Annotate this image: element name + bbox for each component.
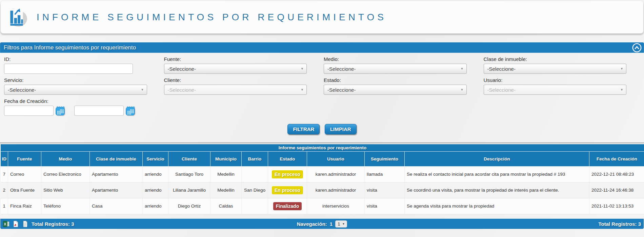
filtrar-button[interactable]: FILTRAR	[287, 124, 320, 134]
chevron-down-icon: ▼	[139, 88, 144, 91]
filter-actions: FILTRAR LIMPIAR	[4, 124, 640, 134]
col-header-clase-inmueble: Clase de inmueble	[90, 152, 143, 167]
status-badge: En proceso	[272, 186, 303, 194]
cell-fecha: 2022-12-21 08:48:23	[589, 167, 644, 182]
fuente-select[interactable]: -Seleccione- ▼	[164, 64, 307, 74]
col-header-seguimiento: Seguimiento	[365, 152, 405, 167]
fecha-hasta-input[interactable]	[74, 106, 124, 116]
cell-id: 7	[1, 167, 8, 182]
usuario-select-value: -Seleccione-	[487, 87, 619, 93]
excel-icon[interactable]: X	[3, 221, 9, 227]
medio-select-value: -Seleccione-	[327, 66, 459, 72]
medio-select[interactable]: -Seleccione- ▼	[324, 64, 467, 74]
cell-servicio: arriendo	[143, 167, 168, 182]
cell-clase: Casa	[90, 198, 143, 214]
filter-field-clase-inmueble: Clase de inmueble: -Seleccione- ▼	[484, 56, 627, 74]
chevron-down-icon: ▼	[618, 88, 623, 91]
cliente-select-value: -Seleccione-	[168, 87, 299, 93]
filter-field-servicio: Servicio: -Seleccione- ▼	[4, 77, 147, 95]
filter-panel-title: Filtros para Informe seguimientos por re…	[4, 44, 136, 51]
cell-seguimiento: visita	[365, 182, 405, 198]
cell-seguimiento: llamada	[365, 167, 405, 182]
estado-label: Estado:	[324, 77, 467, 83]
estado-select-value: -Seleccione-	[327, 87, 459, 93]
col-header-descripcion: Descripción	[405, 152, 589, 167]
usuario-select[interactable]: -Seleccione- ▼	[484, 85, 627, 95]
cliente-select[interactable]: -Seleccione- ▼	[164, 85, 307, 95]
col-header-servicio: Servicio	[143, 152, 168, 167]
cell-barrio: San Diego	[242, 182, 268, 198]
col-header-medio: Medio	[41, 152, 90, 167]
csv-document-icon[interactable]	[22, 221, 28, 227]
limpiar-button[interactable]: LIMPIAR	[325, 124, 357, 134]
cell-usuario: karen.administrador	[307, 182, 365, 198]
id-input[interactable]	[4, 64, 133, 74]
cell-descripcion: Se agenda visita para mostrar la propied…	[405, 198, 589, 214]
servicio-select[interactable]: -Seleccione- ▼	[4, 85, 147, 95]
cell-municipio: Medellin	[210, 167, 242, 182]
col-header-fuente: Fuente	[8, 152, 41, 167]
cell-medio: Sitio Web	[41, 182, 90, 198]
filter-field-fecha-creacion: Fecha de Creación:	[4, 98, 307, 116]
id-label: ID:	[4, 56, 147, 62]
total-registros-right: Total Registros: 3	[598, 221, 641, 227]
cell-id: 2	[1, 182, 8, 198]
col-header-cliente: Cliente	[168, 152, 210, 167]
filter-field-usuario: Usuario: -Seleccione- ▼	[484, 77, 627, 95]
usuario-label: Usuario:	[484, 77, 627, 83]
col-header-municipio: Municipio	[210, 152, 242, 167]
col-header-usuario: Usuario	[307, 152, 365, 167]
page-select-value: 1	[338, 221, 340, 227]
chevron-down-icon: ▼	[618, 67, 623, 70]
cell-usuario: karen.administrador	[307, 167, 365, 182]
chevron-down-icon: ▼	[342, 222, 345, 225]
app-header: INFORME SEGUIMIENTOS POR REQUERIMIENTOS	[1, 1, 643, 34]
servicio-select-value: -Seleccione-	[8, 87, 139, 93]
table-caption: Informe seguimientos por requerimiento	[1, 144, 644, 152]
clase-inmueble-label: Clase de inmueble:	[484, 56, 627, 62]
cell-usuario: interservicios	[307, 198, 365, 214]
status-badge: Finalizado	[273, 202, 302, 210]
clase-inmueble-select[interactable]: -Seleccione- ▼	[484, 64, 627, 74]
medio-label: Medio:	[324, 56, 467, 62]
cell-municipio: Medellin	[210, 182, 242, 198]
filter-panel: Filtros para Informe seguimientos por re…	[0, 42, 644, 143]
cell-fecha: 2021-11-02 13:13:53	[589, 198, 644, 214]
cell-cliente: Diego Ortiz	[168, 198, 210, 214]
page-select[interactable]: 1 ▼	[335, 220, 347, 228]
cell-barrio	[242, 167, 268, 182]
fecha-desde-input[interactable]	[4, 106, 54, 116]
estado-select[interactable]: -Seleccione- ▼	[324, 85, 467, 95]
filter-field-estado: Estado: -Seleccione- ▼	[324, 77, 467, 95]
cell-clase: Apartamento	[90, 167, 143, 182]
cell-clase: Apartamento	[90, 182, 143, 198]
cell-estado: En proceso	[268, 182, 307, 198]
calendar-icon[interactable]	[126, 106, 135, 115]
clase-inmueble-select-value: -Seleccione-	[487, 66, 619, 72]
filter-field-fuente: Fuente: -Seleccione- ▼	[164, 56, 307, 74]
svg-text:X: X	[4, 222, 6, 226]
cell-medio: Teléfono	[41, 198, 90, 214]
cell-servicio: arriendo	[143, 182, 168, 198]
cell-estado: En proceso	[268, 167, 307, 182]
pdf-icon[interactable]	[13, 221, 19, 227]
cell-descripcion: Se coordinó una visita, para mostrar la …	[405, 182, 589, 198]
navegacion-label: Navegación:	[297, 221, 327, 227]
cell-seguimiento: visita	[365, 198, 405, 214]
col-header-barrio: Barrio	[242, 152, 268, 167]
chevron-up-circle-icon[interactable]	[632, 43, 642, 52]
filter-panel-header: Filtros para Informe seguimientos por re…	[0, 42, 644, 53]
servicio-label: Servicio:	[4, 77, 147, 83]
nav-current-page: 1	[330, 221, 333, 227]
chevron-down-icon: ▼	[459, 88, 464, 91]
fuente-label: Fuente:	[164, 56, 307, 62]
cell-barrio	[242, 198, 268, 214]
cliente-label: Cliente:	[164, 77, 307, 83]
filter-field-id: ID:	[4, 56, 147, 74]
bar-chart-icon	[7, 6, 28, 28]
cell-cliente: Liliana Jaramillo	[168, 182, 210, 198]
chevron-down-icon: ▼	[459, 67, 464, 70]
fecha-creacion-label: Fecha de Creación:	[4, 98, 307, 104]
cell-servicio: arriendo	[143, 198, 168, 214]
calendar-icon[interactable]	[56, 106, 65, 115]
